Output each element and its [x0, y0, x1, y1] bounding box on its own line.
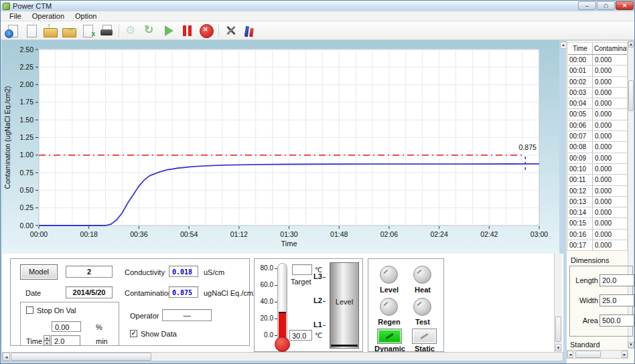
menu-operation[interactable]: Operation [27, 12, 69, 20]
refresh-button[interactable] [141, 23, 159, 39]
knob-test[interactable] [413, 298, 431, 316]
table-row[interactable]: 00:060.000 [568, 120, 627, 131]
cell-contamination: 0.000 [593, 240, 627, 250]
scroll-down-icon[interactable]: ▼ [555, 344, 561, 351]
scroll-left-icon[interactable]: ◄ [567, 351, 573, 358]
lever-icon [385, 333, 394, 339]
scrollbar-thumb[interactable] [575, 351, 601, 358]
x-tick-label: 00:00 [30, 230, 48, 238]
menu-option[interactable]: Option [70, 12, 101, 20]
menu-file[interactable]: File [5, 12, 26, 20]
time-spin-down-icon[interactable]: ▼ [44, 341, 50, 346]
dynamic-button[interactable] [377, 329, 402, 344]
settings-button[interactable] [122, 23, 141, 39]
cell-time: 00:01 [568, 66, 593, 76]
table-row[interactable]: 00:090.000 [568, 153, 627, 164]
report-button[interactable] [240, 23, 259, 39]
x-tick-label: 01:12 [230, 230, 248, 238]
table-row[interactable]: 00:110.000 [568, 175, 627, 185]
thermo-scale-label: 20.0 [255, 314, 277, 322]
scroll-up-icon[interactable]: ▲ [628, 41, 634, 48]
knob-regen[interactable] [380, 298, 398, 316]
start-button[interactable] [159, 23, 178, 39]
pause-icon [178, 23, 197, 39]
time-spin-up-icon[interactable]: ▲ [44, 335, 50, 341]
close-button[interactable] [616, 1, 634, 10]
cell-time: 00:00 [568, 55, 593, 65]
stop-button[interactable] [197, 23, 216, 39]
scroll-left-icon[interactable]: ◄ [3, 353, 10, 361]
open-button[interactable] [41, 23, 60, 39]
blank-button[interactable] [22, 23, 41, 39]
dimensions-group: Dimensions Length20.0Width25.0Area500.0 [569, 256, 633, 338]
current-unit: ℃ [315, 332, 322, 339]
target-temp-field[interactable] [292, 264, 312, 275]
bottom-horizontal-scrollbar[interactable]: ◄ [2, 352, 563, 361]
show-data-label: Show Data [141, 330, 177, 338]
minimize-button[interactable] [578, 1, 596, 10]
tools-button[interactable] [222, 23, 240, 39]
print-button[interactable] [97, 23, 116, 39]
show-data-checkbox[interactable] [130, 330, 137, 337]
delete-button[interactable] [78, 23, 97, 39]
stop-percent-field[interactable]: 0.00 [52, 321, 81, 332]
knob-heat[interactable] [413, 266, 431, 284]
table-row[interactable]: 00:100.000 [568, 164, 627, 175]
time-field[interactable]: 2.0 [51, 335, 80, 346]
panel-horizontal-scrollbar[interactable]: ◄ ► [567, 350, 628, 359]
cell-time: 00:07 [568, 131, 593, 141]
table-row[interactable]: 00:160.000 [568, 230, 627, 240]
current-temp-field[interactable]: 30.0 [289, 330, 312, 341]
length-field[interactable]: 20.0 [599, 274, 634, 286]
column-header-time[interactable]: Time [568, 43, 593, 54]
cell-contamination: 0.000 [593, 88, 627, 98]
knob-label-heat: Heat [405, 286, 441, 294]
maximize-button[interactable] [597, 1, 615, 10]
new-button[interactable] [3, 23, 22, 39]
date-label: Date [25, 289, 41, 297]
contamination-label: Contamination [125, 289, 172, 297]
static-button[interactable] [412, 329, 437, 344]
table-row[interactable]: 00:020.000 [568, 77, 627, 88]
date-field[interactable]: 2014/5/20 [66, 286, 113, 298]
standard-label: Standard [570, 341, 600, 349]
table-row[interactable]: 00:010.000 [568, 66, 627, 76]
table-row[interactable]: 00:040.000 [568, 98, 627, 109]
conductivity-unit: uS/cm [204, 268, 224, 276]
stop-on-val-checkbox[interactable] [26, 306, 33, 314]
scroll-right-icon[interactable]: ► [622, 351, 628, 358]
dimension-row: Length20.0 [573, 274, 635, 286]
model-value-field[interactable]: 2 [66, 266, 113, 278]
knob-level[interactable] [380, 266, 398, 284]
scrollbar-thumb[interactable] [628, 80, 634, 111]
bottom-vertical-scrollbar[interactable]: ▼ [554, 254, 562, 352]
column-header-contamination[interactable]: Contaminatio [593, 43, 627, 54]
scrollbar-thumb[interactable] [555, 316, 561, 342]
table-row[interactable]: 00:140.000 [568, 207, 627, 218]
width-field[interactable]: 25.0 [599, 294, 634, 306]
scroll-down-icon[interactable]: ▼ [628, 342, 634, 348]
table-row[interactable]: 00:070.000 [568, 131, 627, 142]
table-row[interactable]: 00:170.000 [568, 240, 627, 251]
export-button[interactable] [60, 23, 78, 39]
table-row[interactable]: 00:030.000 [568, 88, 627, 98]
y-tick-label: 1.50 [20, 116, 34, 124]
model-button[interactable]: Model [20, 264, 58, 280]
scrollbar-thumb[interactable] [11, 353, 151, 361]
table-row[interactable]: 00:000.000 [568, 55, 627, 66]
pause-button[interactable] [178, 23, 197, 39]
table-row[interactable]: 00:050.000 [568, 109, 627, 120]
table-row[interactable]: 00:130.000 [568, 197, 627, 207]
table-row[interactable]: 00:120.000 [568, 186, 627, 197]
dimensions-box: Length20.0Width25.0Area500.0 [569, 266, 633, 337]
chart-scroll-up-button[interactable]: ▲ [560, 41, 567, 49]
table-row[interactable]: 00:080.000 [568, 142, 627, 153]
cell-time: 00:11 [568, 175, 593, 185]
toolbar-separator [218, 24, 219, 37]
operator-field[interactable]: — [162, 309, 212, 321]
area-field[interactable]: 500.0 [599, 314, 634, 327]
level-mark-l2: L2 [313, 296, 326, 304]
cell-time: 00:06 [568, 120, 593, 130]
table-row[interactable]: 00:150.000 [568, 218, 627, 229]
x-tick-label: 00:18 [80, 230, 98, 238]
